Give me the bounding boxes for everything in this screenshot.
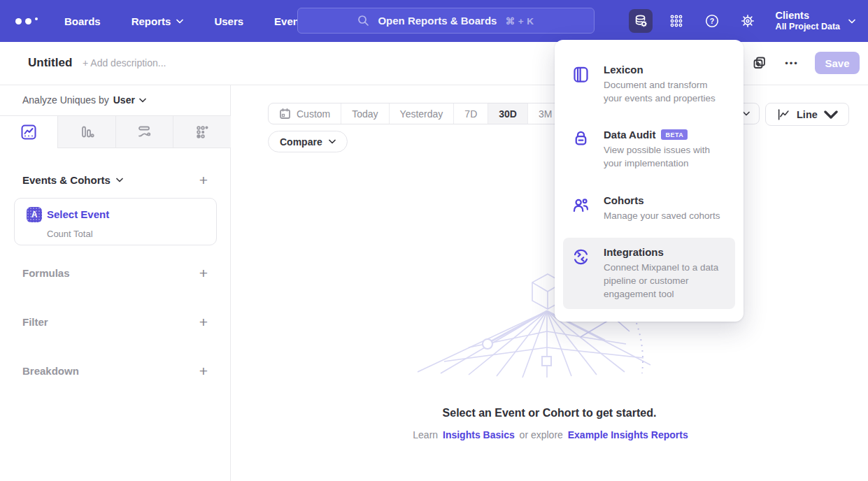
- chart-type-value: Line: [797, 109, 818, 120]
- chart-type-dropdown[interactable]: Line: [765, 103, 849, 126]
- date-range-yesterday[interactable]: Yesterday: [390, 103, 455, 124]
- count-total-dropdown[interactable]: Count Total: [47, 229, 93, 239]
- database-gear-icon: [633, 13, 648, 29]
- menu-item-lexicon[interactable]: Lexicon Document and transform your even…: [563, 55, 735, 113]
- mixpanel-logo[interactable]: [15, 18, 38, 24]
- chevron-down-icon: [848, 19, 855, 24]
- data-management-button[interactable]: [629, 9, 653, 33]
- search-icon: [357, 15, 369, 27]
- nav-item-reports-label: Reports: [131, 15, 171, 27]
- apps-grid-button[interactable]: [664, 9, 688, 33]
- global-search-input[interactable]: Open Reports & Boards ⌘ + K: [297, 8, 595, 34]
- menu-item-description: View possible issues with your implement…: [604, 143, 727, 170]
- integrations-icon: [571, 247, 590, 266]
- query-builder-sidebar: Analyze Uniques by User: [0, 85, 231, 481]
- menu-item-cohorts[interactable]: Cohorts Manage your saved cohorts: [563, 186, 735, 231]
- cohorts-icon: [571, 196, 590, 215]
- add-description-field[interactable]: + Add description...: [83, 57, 166, 69]
- line-chart-icon: [776, 108, 790, 122]
- select-event-button[interactable]: Select Event: [47, 208, 109, 220]
- insights-basics-link[interactable]: Insights Basics: [443, 429, 515, 440]
- chevron-down-icon: [743, 111, 750, 116]
- top-nav: Boards Reports Users Events Open Reports…: [0, 0, 868, 42]
- add-formula-button[interactable]: +: [199, 266, 208, 280]
- add-event-button[interactable]: +: [199, 173, 208, 187]
- analyze-by-dropdown[interactable]: User: [113, 94, 146, 106]
- tab-bar-chart[interactable]: [58, 116, 116, 148]
- stream-flow-icon: [136, 124, 152, 141]
- date-range-custom[interactable]: Custom: [269, 103, 341, 124]
- analyze-uniques-label: Analyze Uniques by: [22, 94, 109, 106]
- analyze-by-value: User: [113, 94, 135, 106]
- menu-item-description: Connect Mixpanel to a data pipeline or c…: [604, 261, 727, 301]
- search-placeholder: Open Reports & Boards: [378, 15, 497, 27]
- calendar-icon: [279, 108, 291, 120]
- duplicate-copy-icon: [752, 55, 767, 71]
- formulas-label: Formulas: [22, 267, 70, 279]
- event-selector-card[interactable]: A Select Event Count Total: [14, 198, 217, 245]
- nav-item-users[interactable]: Users: [214, 15, 243, 27]
- settings-button[interactable]: [736, 9, 760, 33]
- add-filter-button[interactable]: +: [199, 315, 208, 329]
- compare-button[interactable]: Compare: [268, 131, 348, 152]
- empty-subtitle-middle: or explore: [520, 429, 563, 440]
- chart-canvas: Custom Today Yesterday 7D 30D 3M 6M Line…: [231, 85, 868, 481]
- more-options-button[interactable]: [783, 54, 801, 72]
- events-cohorts-header[interactable]: Events & Cohorts: [22, 174, 123, 186]
- gear-icon: [740, 13, 755, 29]
- tab-stream-chart[interactable]: [116, 116, 174, 148]
- svg-text:?: ?: [709, 17, 713, 25]
- duplicate-button[interactable]: [750, 54, 769, 72]
- tab-metric-grid[interactable]: [173, 116, 231, 148]
- breakdown-label: Breakdown: [22, 365, 79, 377]
- menu-item-title: Cohorts: [604, 194, 720, 206]
- menu-item-title: Integrations: [604, 246, 727, 258]
- chart-type-tabs: [0, 115, 231, 148]
- date-range-today[interactable]: Today: [341, 103, 389, 124]
- empty-state-title: Select an Event or Cohort to get started…: [231, 407, 868, 419]
- empty-subtitle-prefix: Learn: [413, 429, 438, 440]
- nav-item-reports[interactable]: Reports: [131, 15, 184, 27]
- date-range-picker: Custom Today Yesterday 7D 30D 3M 6M: [268, 103, 599, 124]
- project-switcher[interactable]: Clients All Project Data: [776, 9, 855, 33]
- filter-label: Filter: [22, 316, 48, 328]
- line-chart-icon: [20, 124, 37, 141]
- report-title[interactable]: Untitled: [28, 56, 72, 70]
- date-range-7d[interactable]: 7D: [454, 103, 488, 124]
- series-a-badge: A: [27, 207, 42, 222]
- chevron-down-icon: [329, 139, 336, 144]
- chevron-down-icon: [139, 98, 146, 103]
- add-breakdown-button[interactable]: +: [199, 364, 208, 378]
- bar-chart-icon: [78, 124, 95, 141]
- menu-item-title: Lexicon: [604, 64, 727, 76]
- menu-item-title: Data Audit: [604, 129, 655, 141]
- chevron-down-icon: [176, 19, 183, 24]
- nav-item-boards[interactable]: Boards: [64, 15, 101, 27]
- apps-grid-icon: [669, 13, 684, 29]
- project-name: All Project Data: [776, 22, 840, 33]
- search-shortcut: ⌘ + K: [505, 15, 534, 27]
- example-insights-reports-link[interactable]: Example Insights Reports: [568, 429, 688, 440]
- menu-item-data-audit[interactable]: Data Audit BETA View possible issues wit…: [563, 120, 735, 178]
- chevron-down-icon: [116, 178, 123, 182]
- menu-item-integrations[interactable]: Integrations Connect Mixpanel to a data …: [563, 238, 735, 309]
- dot-grid-icon: [194, 124, 211, 141]
- chevron-down-icon: [824, 108, 838, 122]
- events-cohorts-label: Events & Cohorts: [22, 174, 111, 186]
- data-management-menu: Lexicon Document and transform your even…: [555, 40, 744, 322]
- date-range-custom-label: Custom: [297, 108, 330, 120]
- lexicon-icon: [571, 65, 590, 84]
- question-circle-icon: ?: [704, 13, 720, 29]
- date-range-30d[interactable]: 30D: [488, 103, 528, 124]
- save-button[interactable]: Save: [815, 52, 860, 74]
- empty-state-subtitle: Learn Insights Basics or explore Example…: [231, 429, 868, 440]
- help-button[interactable]: ?: [700, 9, 724, 33]
- menu-item-description: Document and transform your events and p…: [604, 78, 727, 105]
- beta-badge: BETA: [661, 129, 688, 140]
- tab-line-chart[interactable]: [0, 116, 58, 148]
- compare-label: Compare: [280, 136, 322, 148]
- org-name: Clients: [776, 9, 840, 22]
- data-audit-icon: [571, 130, 590, 149]
- menu-item-description: Manage your saved cohorts: [604, 209, 720, 222]
